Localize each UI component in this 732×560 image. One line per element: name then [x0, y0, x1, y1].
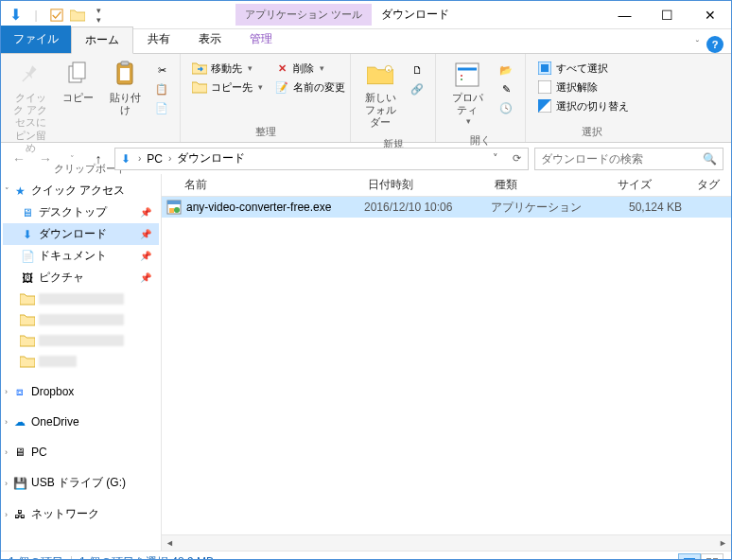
select-all-button[interactable]: すべて選択: [535, 60, 631, 77]
view-details-button[interactable]: [678, 553, 701, 561]
easy-access-button[interactable]: 🔗: [408, 80, 427, 97]
selection-info: 1 個の項目を選択 48.9 MB: [79, 554, 214, 560]
new-item-button[interactable]: 🗋: [408, 61, 427, 79]
breadcrumb-bar[interactable]: ⬇ › PC › ダウンロード ˅ ⟳: [114, 148, 529, 170]
down-arrow-icon[interactable]: ⬇: [7, 7, 24, 24]
search-input[interactable]: [541, 152, 703, 166]
properties-button[interactable]: プロパティ ▾: [442, 58, 493, 128]
pc-icon: 🖥: [12, 445, 27, 460]
nav-network[interactable]: ›🖧ネットワーク: [3, 503, 159, 525]
nav-usb[interactable]: ›💾USB ドライブ (G:): [3, 472, 159, 494]
nav-desktop[interactable]: 🖥デスクトップ📌: [3, 201, 159, 223]
edit-icon: ✎: [498, 81, 514, 96]
invert-selection-button[interactable]: 選択の切り替え: [535, 97, 631, 114]
delete-button[interactable]: ✕削除▾: [272, 60, 347, 77]
paste-shortcut-button[interactable]: 📄: [152, 99, 171, 116]
nav-blurred-3[interactable]: [3, 330, 159, 351]
expand-icon[interactable]: ›: [5, 479, 8, 488]
copy-button[interactable]: コピー: [54, 58, 101, 106]
file-row[interactable]: any-video-converter-free.exe 2016/12/10 …: [162, 197, 731, 218]
location-down-icon[interactable]: ⬇: [117, 150, 134, 167]
col-date[interactable]: 日付時刻: [360, 177, 487, 193]
maximize-button[interactable]: ☐: [646, 2, 688, 28]
crumb-pc[interactable]: PC: [145, 152, 165, 166]
recent-dropdown[interactable]: ˅: [61, 149, 82, 169]
tab-home[interactable]: ホーム: [71, 26, 133, 54]
back-button[interactable]: ←: [9, 149, 29, 169]
crumb-downloads[interactable]: ダウンロード: [175, 150, 247, 166]
help-icon[interactable]: ?: [706, 36, 723, 53]
tab-file[interactable]: ファイル: [1, 26, 71, 53]
qat-dropdown-icon[interactable]: ▾▾: [90, 7, 107, 24]
edit-button[interactable]: ✎: [497, 80, 515, 97]
col-size[interactable]: サイズ: [610, 177, 689, 193]
expand-icon[interactable]: ›: [5, 387, 8, 396]
expand-icon[interactable]: ˅: [5, 186, 9, 196]
crumb-sep-icon[interactable]: ›: [166, 153, 173, 164]
crumb-sep-icon[interactable]: ›: [136, 153, 143, 164]
nav-label: ネットワーク: [31, 506, 99, 522]
search-icon[interactable]: 🔍: [703, 152, 717, 166]
horizontal-scrollbar[interactable]: ◄ ►: [162, 534, 731, 551]
view-icons-button[interactable]: [701, 553, 723, 561]
nav-pc[interactable]: ›🖥PC: [3, 442, 159, 463]
nav-pictures[interactable]: 🖼ピクチャ📌: [3, 267, 159, 289]
svg-rect-19: [684, 558, 695, 560]
cut-button[interactable]: ✂: [152, 61, 171, 79]
nav-label: Dropbox: [31, 385, 74, 398]
group-new: ✦ 新しいフォルダー 🗋 🔗 新規: [351, 54, 436, 142]
tab-share[interactable]: 共有: [133, 26, 184, 53]
star-icon: ★: [12, 184, 27, 199]
rename-label: 名前の変更: [293, 80, 345, 95]
select-none-button[interactable]: 選択解除: [535, 79, 631, 96]
nav-documents[interactable]: 📄ドキュメント📌: [3, 245, 159, 267]
scissors-icon: ✂: [154, 62, 169, 78]
svg-rect-12: [541, 64, 549, 72]
copyto-label: コピー先: [211, 80, 253, 95]
navigation-pane: ˅★クイック アクセス 🖥デスクトップ📌 ⬇ダウンロード📌 📄ドキュメント📌 🖼…: [1, 174, 162, 551]
copyto-button[interactable]: コピー先▾: [190, 79, 265, 96]
new-folder-button[interactable]: ✦ 新しいフォルダー: [357, 58, 404, 131]
expand-icon[interactable]: ›: [5, 417, 8, 427]
scroll-right-icon[interactable]: ►: [715, 535, 731, 551]
open-button[interactable]: 📂: [497, 61, 515, 79]
ribbon-expand-icon[interactable]: ˇ: [696, 40, 699, 50]
refresh-button[interactable]: ⟳: [507, 149, 526, 168]
nav-blurred-2[interactable]: [3, 309, 159, 330]
invert-label: 選択の切り替え: [556, 99, 629, 114]
rename-button[interactable]: 📝名前の変更: [272, 79, 347, 96]
history-icon: 🕓: [498, 100, 514, 115]
nav-blurred-4[interactable]: [3, 351, 159, 372]
col-name[interactable]: 名前: [162, 177, 360, 193]
pin-quickaccess-button[interactable]: クイック アクセスにピン留め: [7, 58, 54, 156]
checkbox-icon[interactable]: [48, 7, 65, 24]
nav-downloads[interactable]: ⬇ダウンロード📌: [3, 223, 159, 245]
search-box[interactable]: 🔍: [534, 148, 723, 170]
address-dropdown[interactable]: ˅: [486, 149, 505, 168]
tab-view[interactable]: 表示: [184, 26, 235, 53]
paste-icon: [110, 60, 140, 90]
close-button[interactable]: ✕: [688, 2, 731, 28]
paste-button[interactable]: 貼り付け: [101, 58, 148, 118]
up-button[interactable]: ↑: [88, 149, 109, 169]
new-folder-label: 新しいフォルダー: [362, 92, 398, 130]
folder-icon: [20, 312, 35, 327]
expand-icon[interactable]: ›: [5, 510, 8, 519]
nav-dropbox[interactable]: ›⧈Dropbox: [3, 381, 159, 402]
nav-blurred-1[interactable]: [3, 289, 159, 309]
nav-label: ピクチャ: [39, 270, 84, 286]
moveto-button[interactable]: 移動先▾: [190, 60, 265, 77]
folder-icon: [20, 291, 35, 306]
scroll-left-icon[interactable]: ◄: [162, 535, 178, 551]
nav-onedrive[interactable]: ›☁OneDrive: [3, 411, 159, 432]
tab-manage[interactable]: 管理: [235, 26, 287, 53]
nav-quickaccess[interactable]: ˅★クイック アクセス: [3, 180, 159, 201]
minimize-button[interactable]: —: [603, 2, 646, 28]
forward-button[interactable]: →: [35, 149, 56, 169]
expand-icon[interactable]: ›: [5, 447, 8, 457]
col-tag[interactable]: タグ: [689, 177, 731, 193]
history-button[interactable]: 🕓: [497, 99, 515, 116]
copy-path-button[interactable]: 📋: [152, 80, 171, 97]
col-type[interactable]: 種類: [487, 177, 610, 193]
folder-qat-icon[interactable]: [69, 7, 86, 24]
